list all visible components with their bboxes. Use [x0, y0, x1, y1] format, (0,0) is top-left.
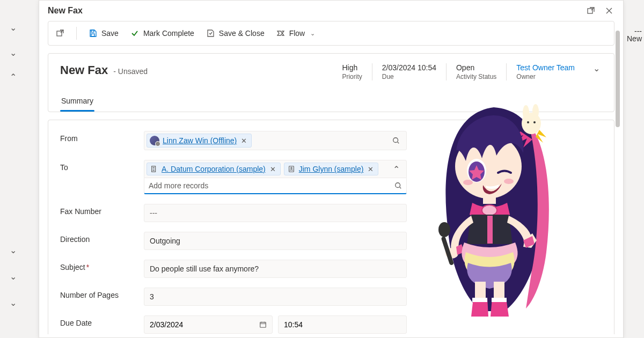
to-add-input[interactable] — [149, 181, 394, 190]
chevron-up-icon[interactable]: ⌃ — [391, 163, 402, 175]
search-icon[interactable] — [390, 136, 402, 145]
fax-number-label: Fax Number — [60, 204, 144, 216]
svg-rect-3 — [91, 34, 94, 36]
to-label: To — [60, 160, 144, 172]
svg-rect-0 — [588, 9, 592, 13]
subject-field[interactable]: Do people still use fax anymore? — [144, 260, 407, 278]
chevron-down-icon[interactable] — [0, 41, 32, 64]
due-time-field[interactable]: 10:54 — [278, 315, 407, 334]
svg-point-8 — [396, 183, 400, 188]
meta-owner[interactable]: Test Owner Team Owner — [506, 63, 584, 80]
modal-title: New Fax — [48, 6, 83, 16]
separator — [76, 27, 77, 40]
remove-pill-icon[interactable]: ✕ — [240, 137, 248, 145]
to-pill-2-link[interactable]: Jim Glynn (sample) — [299, 165, 364, 173]
flow-icon — [276, 29, 285, 38]
svg-point-7 — [290, 167, 292, 169]
meta-priority: High Priority — [332, 63, 371, 80]
meta-due: 2/03/2024 10:54 Due — [372, 63, 446, 80]
to-pill-1: A. Datum Corporation (sample) ✕ — [147, 163, 281, 175]
save-button[interactable]: Save — [89, 29, 119, 38]
svg-rect-9 — [260, 322, 266, 328]
to-lookup[interactable]: A. Datum Corporation (sample) ✕ Jim Glyn… — [144, 160, 407, 178]
fax-number-field[interactable]: --- — [144, 204, 407, 222]
save-close-icon — [206, 29, 215, 38]
background-panel-chevrons — [0, 0, 32, 338]
save-label: Save — [101, 29, 119, 38]
chevron-down-icon[interactable] — [0, 239, 32, 262]
due-date-field[interactable]: 2/03/2024 — [144, 315, 273, 334]
pages-label: Number of Pages — [60, 288, 144, 299]
svg-rect-2 — [91, 30, 94, 32]
mark-complete-button[interactable]: Mark Complete — [130, 29, 194, 38]
save-close-button[interactable]: Save & Close — [206, 29, 265, 38]
background-right-text: New — [627, 34, 642, 43]
meta-activity-status: Open Activity Status — [446, 63, 506, 80]
save-close-label: Save & Close — [219, 29, 265, 38]
save-icon — [89, 29, 97, 38]
remove-pill-icon[interactable]: ✕ — [269, 165, 277, 173]
new-fax-modal: New Fax Save — [39, 0, 624, 338]
summary-form: From Linn Zaw Win (Offline) ✕ — [48, 120, 614, 334]
to-pill-1-link[interactable]: A. Datum Corporation (sample) — [162, 165, 266, 173]
svg-point-4 — [393, 138, 398, 143]
record-title: New Fax — [60, 63, 108, 77]
popout-icon[interactable] — [587, 6, 595, 15]
tab-summary[interactable]: Summary — [60, 91, 94, 112]
command-bar: Save Mark Complete Save & Close Flow ⌄ — [48, 21, 614, 46]
chevron-up-icon[interactable] — [0, 65, 32, 89]
account-icon — [150, 165, 158, 173]
background-dash: --- — [634, 27, 642, 35]
from-label: From — [60, 131, 144, 143]
contact-icon — [287, 165, 296, 173]
from-lookup[interactable]: Linn Zaw Win (Offline) ✕ — [144, 131, 407, 150]
modal-header: New Fax — [39, 1, 623, 21]
to-pill-2: Jim Glynn (sample) ✕ — [284, 163, 379, 175]
chevron-down-icon[interactable]: ⌄ — [584, 63, 602, 74]
chevron-down-icon: ⌄ — [310, 30, 315, 37]
chevron-down-icon[interactable] — [0, 16, 32, 39]
record-header-card: New Fax - Unsaved High Priority 2/03/202… — [48, 53, 614, 112]
direction-label: Direction — [60, 232, 144, 244]
check-icon — [130, 29, 139, 38]
chevron-down-icon[interactable] — [0, 291, 32, 314]
popout-small-icon[interactable] — [56, 29, 64, 38]
mark-complete-label: Mark Complete — [143, 29, 194, 38]
record-unsaved-status: - Unsaved — [113, 67, 148, 76]
calendar-icon — [259, 321, 267, 328]
scrollbar[interactable] — [616, 31, 620, 127]
from-pill-link[interactable]: Linn Zaw Win (Offline) — [163, 136, 237, 145]
due-date-label: Due Date — [60, 315, 144, 327]
avatar-icon — [150, 136, 159, 145]
pages-field[interactable]: 3 — [144, 288, 407, 306]
remove-pill-icon[interactable]: ✕ — [367, 165, 375, 173]
from-pill: Linn Zaw Win (Offline) ✕ — [147, 134, 252, 148]
close-icon[interactable] — [605, 6, 613, 15]
flow-label: Flow — [289, 29, 305, 38]
svg-rect-1 — [57, 31, 62, 36]
search-icon[interactable] — [394, 182, 402, 189]
subject-label: Subject* — [60, 260, 144, 271]
flow-button[interactable]: Flow ⌄ — [276, 29, 316, 38]
to-add-more[interactable] — [144, 178, 407, 194]
direction-field[interactable]: Outgoing — [144, 232, 407, 250]
chevron-down-icon[interactable] — [0, 265, 32, 288]
